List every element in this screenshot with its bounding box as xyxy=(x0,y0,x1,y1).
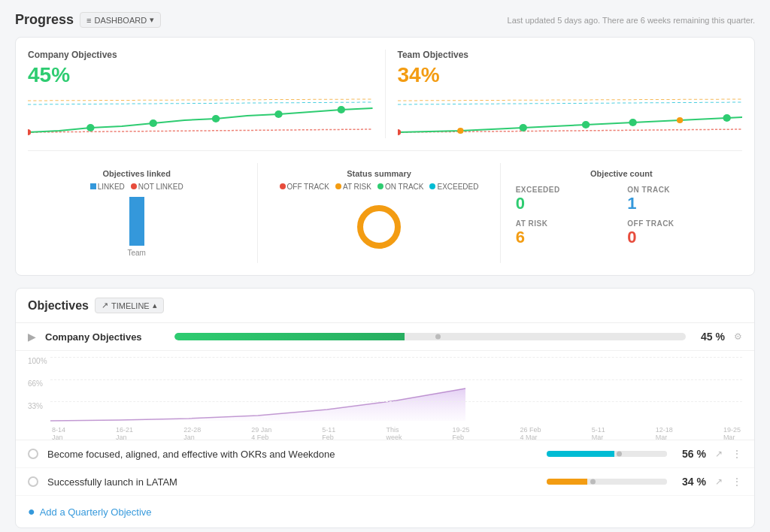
team-sparkline xyxy=(398,93,743,138)
objectives-linked-panel: Objectives linked LINKED NOT LINKED Team xyxy=(28,163,258,263)
not-linked-legend-item: NOT LINKED xyxy=(131,183,183,191)
company-sparkline xyxy=(28,93,373,138)
svg-line-2 xyxy=(28,129,373,132)
obj-item-name-1: Become focused, aligned, and effective w… xyxy=(47,449,538,460)
status-summary-legend: OFF TRACK AT RISK ON TRACK EXCEEDED xyxy=(270,183,487,191)
svg-point-5 xyxy=(150,119,157,127)
svg-point-15 xyxy=(581,121,589,128)
company-chart-label: Company Objectives xyxy=(28,50,373,60)
svg-line-10 xyxy=(398,102,743,104)
timeline-content: 8-14Jan 16-21Jan 22-28Jan 29 Jan4 Feb 5-… xyxy=(50,357,742,440)
obj-circle-1 xyxy=(28,449,38,459)
timeline-chart: 100% 66% 33% xyxy=(16,351,754,440)
bar-team-label: Team xyxy=(127,249,145,257)
svg-line-1 xyxy=(28,102,373,104)
company-objectives-row[interactable]: ▶ Company Objectives 45 % ⚙ xyxy=(16,323,754,351)
company-obj-pct: 45 % xyxy=(695,331,725,343)
svg-point-16 xyxy=(629,119,636,126)
obj-progress-bar-1 xyxy=(547,451,667,457)
more-options-icon-2[interactable]: ⋮ xyxy=(732,476,742,488)
timeline-view-button[interactable]: ↗ TIMELINE ▴ xyxy=(95,298,164,313)
objective-count-panel: Objective count EXCEEDED 0 ON TRACK 1 AT… xyxy=(501,163,742,263)
add-objective-label: Add a Quarterly Objective xyxy=(40,506,152,518)
on-track-value: 1 xyxy=(627,194,727,213)
more-options-icon-1[interactable]: ⋮ xyxy=(732,448,742,460)
objective-item-1[interactable]: Become focused, aligned, and effective w… xyxy=(16,440,754,468)
at-risk-legend: AT RISK xyxy=(335,183,371,191)
status-summary-panel: Status summary OFF TRACK AT RISK ON TRAC… xyxy=(258,163,500,263)
last-updated-text: Last updated 5 days ago. There are 6 wee… xyxy=(508,16,755,25)
dashboard-view-button[interactable]: ≡ DASHBOARD ▾ xyxy=(80,12,161,28)
svg-line-9 xyxy=(398,99,743,101)
svg-point-4 xyxy=(86,124,94,131)
external-link-icon-2[interactable]: ↗ xyxy=(715,476,723,487)
obj-pct-1: 56 % xyxy=(676,448,706,460)
obj-circle-2 xyxy=(28,476,38,487)
company-objectives-chart: Company Objectives 45% xyxy=(28,50,385,138)
svg-point-13 xyxy=(457,128,463,134)
svg-point-18 xyxy=(723,114,730,122)
progress-title: Progress xyxy=(15,12,74,28)
svg-point-17 xyxy=(676,117,682,123)
svg-line-0 xyxy=(28,99,373,101)
objectives-linked-legend: LINKED NOT LINKED xyxy=(28,183,245,191)
objective-count-title: Objective count xyxy=(513,169,730,178)
timeline-icon: ↗ xyxy=(102,301,108,310)
chevron-down-icon: ▾ xyxy=(150,15,154,25)
team-chart-pct: 34% xyxy=(398,63,743,87)
chevron-up-icon: ▴ xyxy=(153,301,157,310)
add-objective-row[interactable]: ● Add a Quarterly Objective xyxy=(16,496,754,527)
svg-point-12 xyxy=(398,129,401,135)
team-objectives-chart: Team Objectives 34% xyxy=(385,50,743,138)
add-icon: ● xyxy=(28,505,35,518)
svg-point-7 xyxy=(274,110,282,118)
svg-point-14 xyxy=(519,124,526,131)
status-summary-title: Status summary xyxy=(270,169,487,178)
at-risk-value: 6 xyxy=(516,228,616,247)
obj-pct-2: 34 % xyxy=(676,476,706,488)
company-chart-pct: 45% xyxy=(28,63,373,87)
svg-point-3 xyxy=(28,129,31,135)
linked-bar xyxy=(129,197,144,246)
exceeded-value: 0 xyxy=(516,194,616,213)
settings-icon[interactable]: ⚙ xyxy=(734,331,742,342)
svg-point-19 xyxy=(360,208,398,246)
objectives-linked-title: Objectives linked xyxy=(28,169,245,178)
company-obj-name: Company Objectives xyxy=(45,331,165,343)
objectives-section: Objectives ↗ TIMELINE ▴ ▶ Company Object… xyxy=(15,288,755,528)
obj-item-name-2: Successfully launch in LATAM xyxy=(47,476,538,488)
obj-progress-bar-2 xyxy=(547,479,667,485)
svg-point-6 xyxy=(212,115,220,122)
linked-bar-chart: Team xyxy=(28,197,245,257)
off-track-count: OFF TRACK 0 xyxy=(627,219,727,247)
on-track-legend: ON TRACK xyxy=(377,183,424,191)
status-donut-chart xyxy=(270,197,487,257)
at-risk-count: AT RISK 6 xyxy=(516,219,616,247)
progress-dashboard-card: Company Objectives 45% xyxy=(15,37,755,276)
timeline-y-labels: 100% 66% 33% xyxy=(28,357,50,425)
external-link-icon-1[interactable]: ↗ xyxy=(715,449,723,459)
objectives-section-title: Objectives xyxy=(28,299,89,313)
off-track-legend: OFF TRACK xyxy=(280,183,329,191)
objective-item-2[interactable]: Successfully launch in LATAM 34 % ↗ ⋮ xyxy=(16,468,754,496)
linked-legend-item: LINKED xyxy=(90,183,125,191)
chart-icon: ≡ xyxy=(86,16,91,25)
on-track-count: ON TRACK 1 xyxy=(627,186,727,213)
svg-point-8 xyxy=(338,106,345,113)
objective-count-grid: EXCEEDED 0 ON TRACK 1 AT RISK 6 OFF TRAC… xyxy=(513,183,730,250)
off-track-value: 0 xyxy=(627,228,727,247)
exceeded-legend: EXCEEDED xyxy=(429,183,478,191)
objectives-header: Objectives ↗ TIMELINE ▴ xyxy=(16,289,754,323)
team-chart-label: Team Objectives xyxy=(398,50,743,60)
expand-icon: ▶ xyxy=(28,331,36,343)
exceeded-count: EXCEEDED 0 xyxy=(516,186,616,213)
